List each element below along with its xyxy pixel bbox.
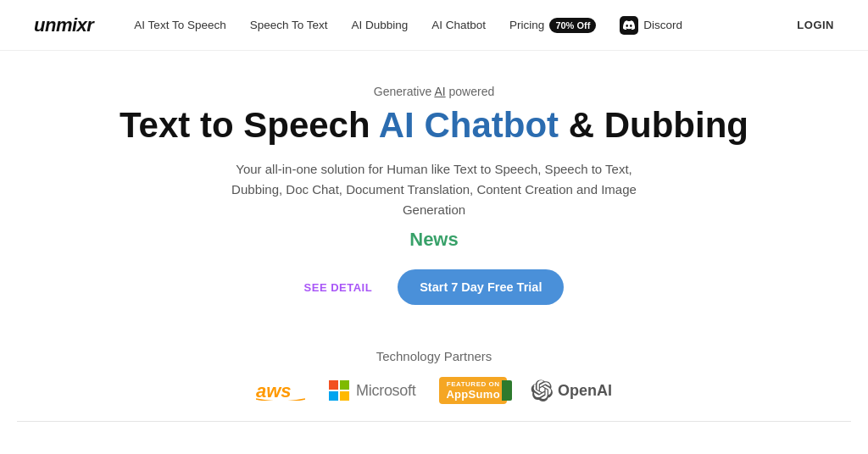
hero-subtitle: Generative AI powered xyxy=(374,85,494,98)
appsumo-logo: FEATURED ON AppSumo xyxy=(439,377,506,404)
discord-button[interactable]: Discord xyxy=(620,16,682,35)
partners-logos: aws Microsoft FEATURED ON AppSumo OpenAI xyxy=(17,377,851,404)
microsoft-grid-icon xyxy=(329,380,349,401)
svg-text:aws: aws xyxy=(256,380,292,401)
pricing-with-badge[interactable]: Pricing 70% Off xyxy=(509,18,596,33)
nav-link-speech-to-text[interactable]: Speech To Text xyxy=(250,19,328,31)
nav-link-pricing[interactable]: Pricing xyxy=(509,19,544,31)
bottom-divider xyxy=(17,421,851,422)
hero-sub-prefix: Generative xyxy=(374,85,435,98)
microsoft-text: Microsoft xyxy=(356,382,415,400)
partners-title: Technology Partners xyxy=(17,349,851,363)
hero-section: Generative AI powered Text to Speech AI … xyxy=(0,51,868,349)
navbar: unmixr AI Text To Speech Speech To Text … xyxy=(0,0,868,51)
microsoft-logo: Microsoft xyxy=(329,380,415,401)
hero-title: Text to Speech AI Chatbot & Dubbing xyxy=(120,105,748,146)
nav-link-ai-chatbot[interactable]: AI Chatbot xyxy=(431,19,486,31)
aws-logo: aws xyxy=(256,380,305,401)
discord-icon xyxy=(620,16,638,35)
hero-title-blue: AI Chatbot xyxy=(379,105,559,145)
openai-logo: OpenAI xyxy=(531,379,612,401)
hero-description: Your all-in-one solution for Human like … xyxy=(231,159,637,220)
discount-badge: 70% Off xyxy=(549,18,596,33)
nav-link-ai-text-to-speech[interactable]: AI Text To Speech xyxy=(134,19,225,31)
discord-label: Discord xyxy=(643,19,682,31)
login-button[interactable]: LOGIN xyxy=(797,19,834,31)
openai-text: OpenAI xyxy=(558,382,612,400)
hero-sub-suffix: powered xyxy=(446,85,495,98)
hero-news-badge: News xyxy=(409,229,458,251)
hero-sub-ai: AI xyxy=(434,85,445,98)
site-logo[interactable]: unmixr xyxy=(34,14,93,36)
see-detail-button[interactable]: SEE DETAIL xyxy=(304,281,373,294)
hero-actions: SEE DETAIL Start 7 Day Free Trial xyxy=(304,269,565,305)
partners-section: Technology Partners aws Microsoft FEATUR… xyxy=(0,349,868,422)
hero-title-part2: & Dubbing xyxy=(559,105,748,145)
trial-button[interactable]: Start 7 Day Free Trial xyxy=(398,269,564,305)
nav-link-ai-dubbing[interactable]: AI Dubbing xyxy=(352,19,409,31)
hero-title-part1: Text to Speech xyxy=(120,105,379,145)
